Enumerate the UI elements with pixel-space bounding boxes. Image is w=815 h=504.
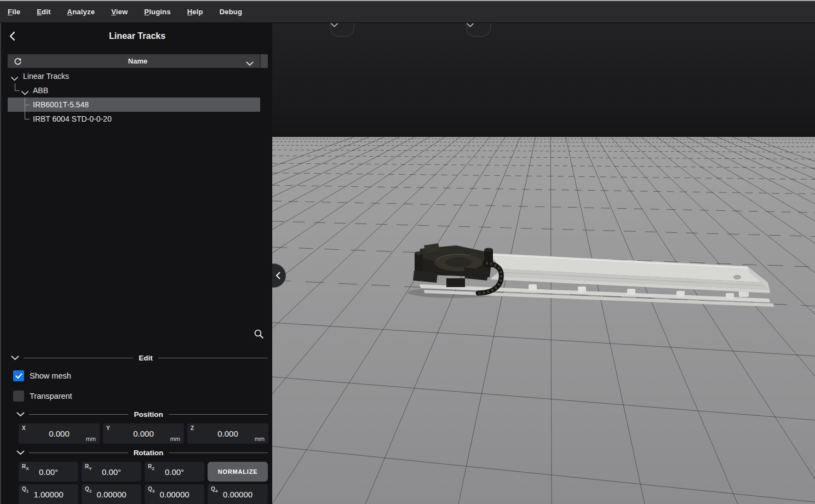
viewport-dropdown-left[interactable] — [330, 23, 354, 37]
tree-connector — [25, 105, 30, 105]
tree-row-abb[interactable]: ABB — [1, 83, 273, 98]
quaternion-q3-field[interactable]: Q3 0.00000 — [145, 484, 204, 504]
field-value: 0.00° — [82, 462, 141, 482]
field-value: 0.00000 — [145, 484, 204, 504]
quaternion-q2-field[interactable]: Q2 0.00000 — [82, 484, 141, 504]
transparent-checkbox[interactable] — [13, 391, 24, 402]
position-section-title: Position — [128, 410, 168, 419]
page-title: Linear Tracks — [1, 23, 273, 49]
position-y-field[interactable]: Y 0.000 mm — [103, 423, 184, 444]
transparent-label: Transparent — [30, 392, 72, 400]
tree-connector — [15, 83, 15, 90]
scene-canvas — [272, 23, 815, 504]
tree-filter-bar: Name — [8, 54, 268, 68]
rotation-section-title: Rotation — [128, 449, 169, 457]
menu-edit[interactable]: Edit — [37, 8, 50, 16]
show-mesh-checkbox[interactable] — [13, 370, 24, 381]
field-value: 0.00° — [19, 462, 78, 482]
position-z-field[interactable]: Z 0.000 mm — [187, 423, 268, 444]
edit-section-title: Edit — [133, 354, 158, 362]
field-unit: mm — [170, 436, 180, 442]
linear-tracks-tree: Linear Tracks ABB IRB6001T-5.548 IRBT 60… — [1, 69, 273, 126]
panel-header: Linear Tracks — [1, 23, 273, 49]
field-value: 0.00000 — [208, 484, 268, 504]
menu-file[interactable]: File — [8, 8, 20, 16]
menu-debug[interactable]: Debug — [220, 8, 242, 16]
chevron-down-icon[interactable] — [11, 74, 18, 83]
tree-connector — [25, 112, 25, 119]
tree-label: Linear Tracks — [23, 72, 69, 81]
tree-connector — [25, 119, 30, 119]
tree-label: ABB — [33, 86, 48, 95]
chevron-down-icon — [331, 23, 338, 27]
menu-help[interactable]: Help — [187, 8, 203, 16]
rotation-section-header: Rotation — [1, 446, 273, 459]
checkmark-icon — [15, 373, 22, 379]
viewport-3d[interactable] — [272, 23, 815, 504]
position-section-header: Position — [1, 408, 273, 421]
window-top-edge — [0, 0, 815, 1]
scene-background — [272, 23, 815, 137]
scrollbar-gutter[interactable] — [260, 54, 268, 68]
floor-plane — [272, 137, 815, 504]
sort-dropdown-button[interactable] — [246, 59, 254, 68]
menu-plugins[interactable]: Plugins — [144, 8, 170, 16]
tree-row-irb6001t[interactable]: IRB6001T-5.548 — [8, 98, 260, 112]
collapse-position-chevron-icon[interactable] — [16, 409, 25, 419]
collapse-edit-chevron-icon[interactable] — [11, 353, 19, 363]
menu-view[interactable]: View — [111, 8, 128, 16]
tree-connector — [15, 90, 20, 91]
quaternion-q1-field[interactable]: Q1 1.00000 — [19, 484, 78, 504]
quaternion-q4-field[interactable]: Q4 0.00000 — [208, 484, 268, 504]
linear-tracks-panel: Linear Tracks Name — [0, 23, 272, 504]
field-unit: mm — [255, 436, 265, 442]
sort-column-header[interactable]: Name — [8, 57, 268, 65]
tree-label: IRB6001T-5.548 — [33, 100, 89, 109]
chevron-left-icon — [9, 31, 15, 41]
viewport-dropdown-right[interactable] — [466, 23, 491, 37]
rotation-ry-field[interactable]: RY 0.00° — [82, 462, 141, 482]
field-value: 1.00000 — [19, 484, 78, 504]
position-x-field[interactable]: X 0.000 mm — [19, 423, 100, 444]
show-mesh-row: Show mesh — [13, 370, 71, 381]
normalize-button[interactable]: NORMALIZE — [208, 462, 268, 482]
chevron-down-icon[interactable] — [21, 88, 28, 97]
field-unit: mm — [86, 436, 96, 442]
chevron-down-icon — [246, 61, 254, 66]
tree-row-linear-tracks[interactable]: Linear Tracks — [1, 69, 273, 83]
edit-section-header: Edit — [1, 351, 273, 364]
rotation-rz-field[interactable]: RZ 0.00° — [145, 462, 204, 482]
transparent-row: Transparent — [13, 391, 72, 402]
collapse-rotation-chevron-icon[interactable] — [16, 448, 25, 457]
application-window: File Edit Analyze View Plugins Help Debu… — [0, 0, 815, 504]
field-value: 0.00° — [145, 462, 204, 482]
refresh-button[interactable] — [12, 56, 23, 67]
tree-label: IRBT 6004 STD-0-0-20 — [33, 114, 112, 123]
search-button[interactable] — [251, 326, 266, 341]
show-mesh-label: Show mesh — [30, 371, 71, 380]
field-value: 0.00000 — [82, 484, 141, 504]
back-button[interactable] — [4, 28, 20, 44]
chevron-down-icon — [467, 23, 474, 27]
refresh-icon — [14, 58, 22, 66]
rotation-rx-field[interactable]: RX 0.00° — [19, 462, 78, 482]
chevron-left-icon — [276, 272, 280, 279]
menubar: File Edit Analyze View Plugins Help Debu… — [0, 1, 815, 23]
menu-analyze[interactable]: Analyze — [67, 8, 95, 16]
search-icon — [254, 329, 264, 339]
tree-row-irbt6004[interactable]: IRBT 6004 STD-0-0-20 — [1, 112, 273, 126]
